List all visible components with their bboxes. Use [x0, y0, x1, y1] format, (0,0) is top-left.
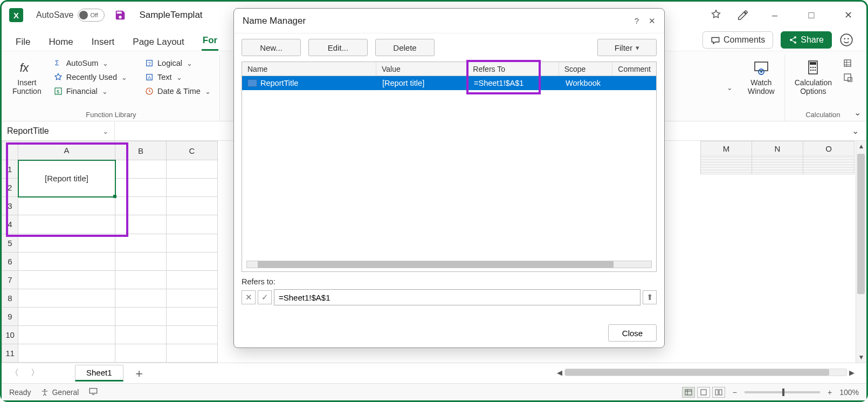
share-button[interactable]: Share	[781, 31, 832, 49]
cell[interactable]	[752, 173, 803, 174]
autosum-button[interactable]: ΣAutoSum⌄	[51, 57, 129, 70]
cell[interactable]	[115, 289, 167, 307]
hscroll-thumb[interactable]	[565, 369, 829, 376]
list-hscroll[interactable]	[246, 261, 652, 268]
row-header[interactable]: 4	[2, 215, 18, 234]
financial-button[interactable]: $Financial⌄	[51, 85, 129, 98]
dialog-help-button[interactable]: ?	[635, 16, 639, 26]
cell[interactable]	[115, 234, 167, 252]
sheet-nav-prev[interactable]: 〈	[7, 365, 22, 381]
add-sheet-button[interactable]: ＋	[129, 365, 149, 381]
cell[interactable]	[18, 215, 115, 234]
col-header-M[interactable]: M	[701, 141, 752, 156]
row-header[interactable]: 1	[2, 160, 18, 179]
cell[interactable]	[115, 215, 167, 234]
scroll-up-arrow[interactable]: ▲	[858, 141, 865, 152]
chevron-down-icon[interactable]: ⌄	[102, 127, 109, 135]
toggle-switch[interactable]: Off	[78, 9, 105, 22]
cell[interactable]	[115, 179, 167, 197]
horizontal-scrollbar[interactable]: ◀ ▶	[555, 367, 857, 377]
list-row-selected[interactable]: ReportTitle [Report title] =Sheet1!$A$1 …	[242, 76, 656, 90]
edit-button[interactable]: Edit...	[308, 39, 368, 56]
row-header[interactable]: 8	[2, 289, 18, 307]
cell-A1[interactable]: [Report title]	[18, 160, 115, 197]
row-header[interactable]: 7	[2, 270, 18, 289]
tab-page-layout[interactable]: Page Layout	[132, 33, 185, 51]
cell[interactable]	[167, 179, 218, 197]
cell[interactable]	[167, 215, 218, 234]
accessibility-status[interactable]: General	[40, 388, 79, 397]
col-header-comment[interactable]: Comment	[612, 62, 656, 76]
cell[interactable]	[167, 344, 218, 362]
autosave-toggle[interactable]: AutoSave Off	[36, 9, 105, 22]
cell[interactable]	[18, 197, 115, 215]
cell[interactable]	[115, 197, 167, 215]
row-header[interactable]: 10	[2, 325, 18, 344]
display-settings-icon[interactable]	[88, 386, 98, 398]
refers-to-input[interactable]: =Sheet1!$A$1	[274, 289, 640, 305]
cell[interactable]	[167, 289, 218, 307]
vertical-scrollbar[interactable]: ▲ ▼	[856, 141, 866, 363]
zoom-level[interactable]: 100%	[839, 388, 859, 397]
cell[interactable]	[115, 344, 167, 362]
date-time-button[interactable]: Date & Time⌄	[142, 85, 213, 98]
col-header-refers[interactable]: Refers To	[467, 62, 559, 76]
cell[interactable]	[115, 270, 167, 289]
names-list[interactable]: Name Value Refers To Scope Comment Repor…	[242, 62, 657, 272]
zoom-knob[interactable]	[782, 389, 784, 396]
calculate-now-button[interactable]	[841, 57, 855, 70]
cell[interactable]	[115, 325, 167, 344]
row-header[interactable]: 3	[2, 197, 18, 215]
row-header[interactable]: 5	[2, 234, 18, 252]
zoom-out-button[interactable]: −	[733, 388, 737, 397]
view-page-layout[interactable]	[697, 387, 710, 398]
zoom-slider[interactable]	[745, 391, 820, 393]
vscroll-thumb[interactable]	[857, 154, 865, 294]
maximize-button[interactable]: □	[801, 4, 822, 26]
name-box[interactable]: ReportTitle ⌄	[2, 121, 115, 140]
filter-button[interactable]: Filter▾	[597, 39, 657, 56]
ribbon-collapse-button[interactable]: ⌄	[854, 107, 861, 118]
cell[interactable]	[115, 252, 167, 270]
pencil-icon[interactable]	[737, 9, 749, 21]
scroll-down-arrow[interactable]: ▼	[858, 352, 865, 363]
scroll-left-arrow[interactable]: ◀	[555, 369, 564, 377]
col-header-name[interactable]: Name	[242, 62, 376, 76]
tab-formulas[interactable]: For	[202, 32, 218, 51]
feedback-smiley-icon[interactable]	[839, 33, 853, 47]
col-header-A[interactable]: A	[18, 141, 115, 160]
cell[interactable]	[167, 270, 218, 289]
select-all-corner[interactable]	[2, 141, 18, 160]
tab-file[interactable]: File	[15, 33, 31, 51]
collapse-dialog-button[interactable]: ⬆	[643, 290, 657, 304]
cell[interactable]	[18, 325, 115, 344]
cell[interactable]	[18, 252, 115, 270]
cell[interactable]	[701, 173, 752, 174]
row-header[interactable]: 6	[2, 252, 18, 270]
cell[interactable]	[167, 160, 218, 179]
view-page-break[interactable]	[712, 387, 725, 398]
hscroll-track[interactable]	[564, 369, 847, 376]
cell[interactable]	[167, 252, 218, 270]
dialog-titlebar[interactable]: Name Manager ? ✕	[234, 9, 664, 33]
text-button[interactable]: AText⌄	[142, 71, 213, 84]
cell[interactable]	[18, 289, 115, 307]
row-header[interactable]: 11	[2, 344, 18, 362]
close-button[interactable]: Close	[608, 324, 657, 342]
col-header-N[interactable]: N	[752, 141, 803, 156]
formula-bar-expand[interactable]: ⌄	[844, 126, 866, 136]
cell[interactable]	[115, 160, 167, 179]
row-header[interactable]: 9	[2, 307, 18, 325]
refers-accept-button[interactable]: ✓	[258, 290, 272, 304]
new-button[interactable]: New...	[242, 39, 301, 56]
cell[interactable]	[18, 270, 115, 289]
dialog-close-x[interactable]: ✕	[649, 16, 656, 26]
logical-button[interactable]: ?Logical⌄	[142, 57, 213, 70]
cell[interactable]	[167, 325, 218, 344]
cell[interactable]	[18, 307, 115, 325]
delete-button[interactable]: Delete	[375, 39, 435, 56]
col-header-C[interactable]: C	[167, 141, 218, 160]
copilot-icon[interactable]	[710, 9, 722, 21]
sheet-nav-next[interactable]: 〉	[27, 365, 43, 381]
cell[interactable]	[18, 344, 115, 362]
